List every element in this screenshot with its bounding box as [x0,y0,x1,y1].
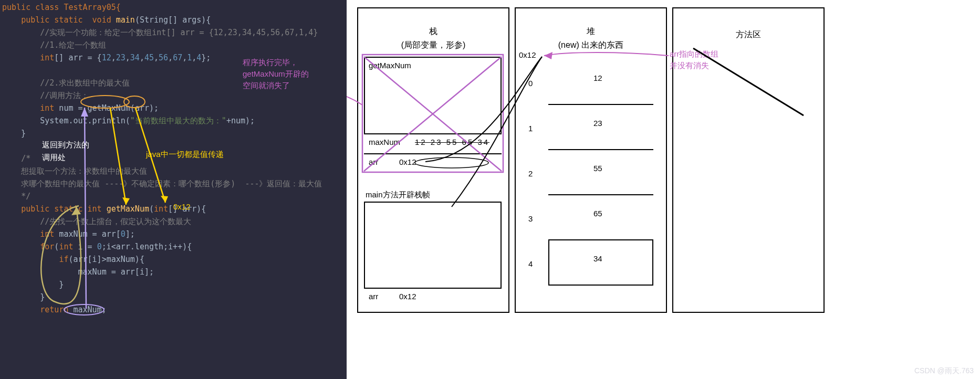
fn-main: main [116,15,135,25]
method-area-title: 方法区 [672,29,825,40]
heap-cell [548,60,653,105]
comment-3: //2.求出数组中的最大值 [40,78,130,88]
heap-value: 34 [593,254,602,263]
heap-address: 0x12 [519,50,536,59]
heap-index: 4 [528,259,533,268]
annot-right: arr指向的数组 并没有消失 [670,48,718,71]
heap-index: 1 [528,124,533,133]
call-fn: getMaxNum [88,103,130,113]
block-comment-open: /* [21,154,30,163]
heap-value: 65 [593,209,602,218]
code-editor: public class TestArray05{ public static … [0,0,347,379]
annot-purple: 程序执行完毕， getMaxNum开辟的 空间就消失了 [243,57,309,91]
heap-cell [548,195,653,240]
arr-value: 0x12 [399,157,416,166]
stack-title: 栈 [357,26,509,37]
memory-diagram: 栈 (局部变量，形参) getMaxNum maxNum 12 23 55 65… [347,0,980,379]
arr-label: arr [369,157,378,166]
comment-6: //先找一个数上擂台，假定认为这个数最大 [40,217,191,226]
annot-line: arr指向的数组 [670,48,718,60]
row-arr [364,153,502,171]
heap-index: 2 [528,169,533,178]
note-value-passing: java中一切都是值传递 [146,148,224,161]
annot-line: 程序执行完毕， [243,57,309,68]
heap-value: 12 [593,73,602,82]
heap-subtitle: (new) 出来的东西 [515,40,667,51]
kw-public: public class TestArray05{ [2,3,121,12]
heap-value: 55 [593,164,602,173]
annot-line: 并没有消失 [670,60,718,71]
maxnum-values: 12 23 55 65 34 [415,138,489,146]
comment-2: //1.给定一个数组 [40,40,106,50]
comment-4: //调用方法： [40,91,89,100]
block-comment-close: */ [21,192,30,201]
heap-cell [548,105,653,150]
note-hex: 0x12 [173,201,191,213]
block-comment-line: 想提取一个方法：求数组中的最大值 [21,166,147,176]
main-arr-value: 0x12 [399,292,416,301]
stack-subtitle: (局部变量，形参) [357,40,509,51]
note-return-2: 调用处 [42,151,66,164]
row-main-arr [364,288,502,306]
comment-1: //实现一个功能：给定一个数组int[] arr = {12,23,34,45,… [40,28,318,37]
main-arr-label: arr [369,292,378,301]
main-frame-title: main方法开辟栈帧 [366,190,430,200]
annot-line: 空间就消失了 [243,80,309,91]
heap-cell [548,150,653,195]
heap-index: 0 [528,79,533,88]
watermark: CSDN @雨天.763 [914,366,974,376]
fn-decl: getMaxNum [107,204,149,214]
main-params: (String[] args){ [135,15,211,25]
heap-value: 23 [593,119,602,128]
frame-name: getMaxNum [369,61,411,70]
heap-title: 堆 [515,26,667,37]
heap-index: 3 [528,214,533,223]
annot-line: getMaxNum开辟的 [243,68,309,80]
block-comment-line: 求哪个数组中的最大值 ----》不确定因素：哪个数组(形参) ---》返回值：最… [21,179,322,188]
note-return-1: 返回到方法的 [42,139,89,151]
maxnum-label: maxNum [369,138,400,146]
